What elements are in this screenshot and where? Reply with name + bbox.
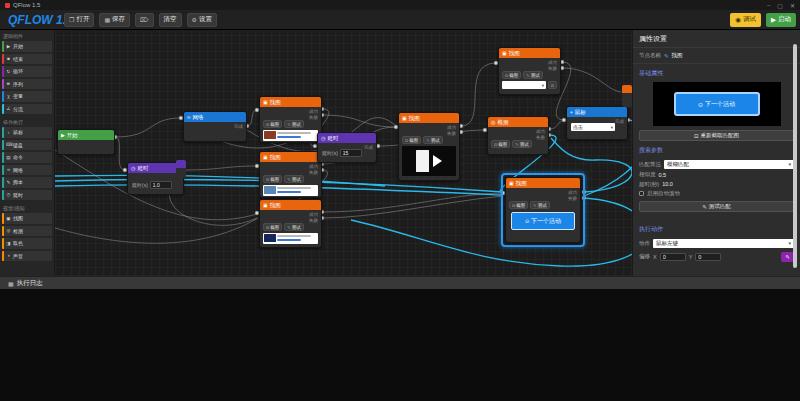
clear-button[interactable]: 清空 xyxy=(159,13,182,27)
title-bar: QFlow 1.5 – ▢ ✕ xyxy=(0,0,800,10)
capture-button[interactable]: ⊡截图 xyxy=(263,223,282,231)
node-mouse[interactable]: ⌖ 鼠标 完成 点击 ▾ xyxy=(566,106,628,140)
capture-button[interactable]: ⊡截图 xyxy=(502,71,521,79)
test-button[interactable]: ✎测试 xyxy=(523,71,542,79)
node-find-image-3[interactable]: ▣ 找图 成功 失败 ⊡截图 ✎测试 xyxy=(259,199,322,248)
sidebar-item-network[interactable]: ∞ 网络 xyxy=(2,165,52,176)
pencil-icon: ✎ xyxy=(526,73,529,78)
sidebar-item-color-pick[interactable]: ◨ 取色 xyxy=(2,238,52,249)
variable-icon: χ xyxy=(6,94,11,99)
pencil-icon: ✎ xyxy=(664,53,669,59)
autoscroll-checkbox[interactable] xyxy=(639,191,644,196)
node-detect[interactable]: ◎ 检测 成功 失败 ⊡截图 ✎测试 xyxy=(487,116,549,155)
node-find-image-4[interactable]: ▣ 找图 成功 失败 ⊡截图 ✎测试 xyxy=(398,112,460,181)
log-bar[interactable]: ▦ 执行日志 xyxy=(0,276,800,289)
test-button[interactable]: ✎测试 xyxy=(423,136,442,144)
node-name-label: 节点名称 xyxy=(639,52,661,59)
sidebar-item-loop[interactable]: ↻ 循环 xyxy=(2,66,52,77)
camera-icon: ⊡ xyxy=(405,138,408,143)
save-button[interactable]: ▦ 保存 xyxy=(99,13,130,27)
sidebar-item-delay[interactable]: ◷ 延时 xyxy=(2,190,52,201)
debug-button[interactable]: ◉ 调试 xyxy=(730,13,761,27)
camera-icon: ⊡ xyxy=(266,177,269,182)
play-icon xyxy=(433,155,442,167)
timeout-value[interactable]: 10.0 xyxy=(662,181,673,187)
terminal-icon: ▤ xyxy=(6,155,11,160)
match-thumbnail xyxy=(263,185,318,196)
node-network[interactable]: ∞ 网络 完成 xyxy=(183,111,247,142)
test-button[interactable]: ✎测试 xyxy=(284,223,303,231)
delay-value-input[interactable]: 1.0 xyxy=(150,181,172,189)
node-find-image-1[interactable]: ▣ 找图 成功 失败 ⊡截图 ✎测试 xyxy=(259,96,322,143)
image-icon: ▣ xyxy=(263,154,268,160)
keyboard-icon: ⌨ xyxy=(6,142,11,147)
sidebar-item-start[interactable]: ▶ 开始 xyxy=(2,41,52,52)
open-button[interactable]: ❐ 打开 xyxy=(64,13,94,27)
sidebar-item-detect[interactable]: ◎ 检测 xyxy=(2,226,52,237)
match-algo-dropdown[interactable]: 模糊匹配 ▾ xyxy=(664,160,794,169)
image-icon: ▣ xyxy=(402,115,407,121)
offset-label: 偏移 xyxy=(639,253,650,260)
delay-value-input[interactable]: 15 xyxy=(340,149,362,157)
offset-y-input[interactable] xyxy=(695,253,721,261)
app-window: QFlow 1.5 – ▢ ✕ QFLOW 1.5 ❐ 打开 ▦ 保存 ⌦ 清空 xyxy=(0,0,800,401)
camera-icon: ⊡ xyxy=(494,142,497,147)
node-start[interactable]: ▶ 开始 xyxy=(57,129,115,155)
node-name-value[interactable]: 找图 xyxy=(672,52,683,59)
section-basic: 基础属性 xyxy=(633,64,800,80)
similarity-label: 相似度 xyxy=(639,171,656,178)
mouse-action-dropdown[interactable]: 点击 ▾ xyxy=(571,123,615,131)
sidebar-item-keyboard[interactable]: ⌨ 键盘 xyxy=(2,140,52,151)
sidebar-item-end[interactable]: ■ 结束 xyxy=(2,54,52,65)
list-icon: ≣ xyxy=(6,81,11,86)
offset-x-input[interactable] xyxy=(660,253,686,261)
sidebar-section-actions: 操作执行 xyxy=(0,116,54,127)
sidebar-item-sequence[interactable]: ≣ 序列 xyxy=(2,79,52,90)
sidebar-item-script[interactable]: ✎ 脚本 xyxy=(2,177,52,188)
capture-button[interactable]: ⊡截图 xyxy=(509,201,528,209)
minimize-button[interactable]: – xyxy=(767,2,770,9)
capture-button[interactable]: ⊡截图 xyxy=(402,136,421,144)
pencil-icon: ✎ xyxy=(702,204,707,210)
gear-icon: ⊙ xyxy=(525,218,529,224)
node-find-image-5[interactable]: ▣ 找图 成功 失败 ⊡截图 ✎测试 ▾ ⊡ xyxy=(498,47,561,95)
detect-icon: ◎ xyxy=(6,228,11,233)
trash-icon: ⌦ xyxy=(140,16,148,23)
camera-icon: ⊡ xyxy=(266,122,269,127)
sidebar-item-command[interactable]: ▤ 命令 xyxy=(2,152,52,163)
sidebar-item-find-image[interactable]: ▣ 找图 xyxy=(2,213,52,224)
sidebar-item-sound[interactable]: ◖ 声音 xyxy=(2,251,52,262)
log-output-area xyxy=(0,289,800,401)
test-button[interactable]: ✎测试 xyxy=(284,175,303,183)
capture-button[interactable]: ⊡截图 xyxy=(263,120,282,128)
sidebar-item-variable[interactable]: χ 变量 xyxy=(2,91,52,102)
image-select-dropdown[interactable]: ▾ xyxy=(502,81,546,89)
test-button[interactable]: ✎测试 xyxy=(530,201,549,209)
capture-button[interactable]: ⊡截图 xyxy=(263,175,282,183)
sidebar-item-mouse[interactable]: ⌖ 鼠标 xyxy=(2,127,52,138)
settings-button[interactable]: ⚙ 设置 xyxy=(187,13,217,27)
maximize-button[interactable]: ▢ xyxy=(777,2,783,9)
mouse-icon: ⌖ xyxy=(570,109,573,116)
test-match-button[interactable]: ✎ 测试匹配 xyxy=(639,201,794,212)
sidebar-item-branch[interactable]: ∠ 分流 xyxy=(2,104,52,115)
test-button[interactable]: ✎测试 xyxy=(284,120,303,128)
browse-button[interactable]: ⊡ xyxy=(548,81,557,89)
test-button[interactable]: ✎测试 xyxy=(512,140,531,148)
bug-icon: ◉ xyxy=(735,16,741,24)
camera-icon: ⊡ xyxy=(694,133,699,139)
action-dropdown[interactable]: 鼠标左键 ▾ xyxy=(653,239,794,248)
section-search: 搜索参数 xyxy=(633,141,800,157)
close-button[interactable]: ✕ xyxy=(790,2,795,9)
recapture-button[interactable]: ⊡ 重新截取匹配图 xyxy=(639,130,794,141)
flow-canvas[interactable]: ▶ 开始 ◷ 延时 延时(s) 1.0 ∞ 网络 完成 ▣ 找图 成功 失败 ⊡… xyxy=(55,30,632,276)
play-icon: ▶ xyxy=(771,16,776,24)
run-button[interactable]: ▶ 启动 xyxy=(766,13,796,27)
node-find-image-2[interactable]: ▣ 找图 成功 失败 ⊡截图 ✎测试 xyxy=(259,151,322,198)
node-delay-2[interactable]: ◷ 延时 完成 延时(s) 15 xyxy=(317,132,377,163)
capture-button[interactable]: ⊡截图 xyxy=(491,140,510,148)
similarity-value[interactable]: 0.5 xyxy=(659,172,667,178)
delete-button[interactable]: ⌦ xyxy=(135,13,153,27)
node-find-image-selected[interactable]: ▣ 找图 成功 失败 ⊡截图 ✎测试 ⊙ 下一个活动 xyxy=(505,177,581,243)
panel-scrollbar[interactable] xyxy=(793,44,797,268)
